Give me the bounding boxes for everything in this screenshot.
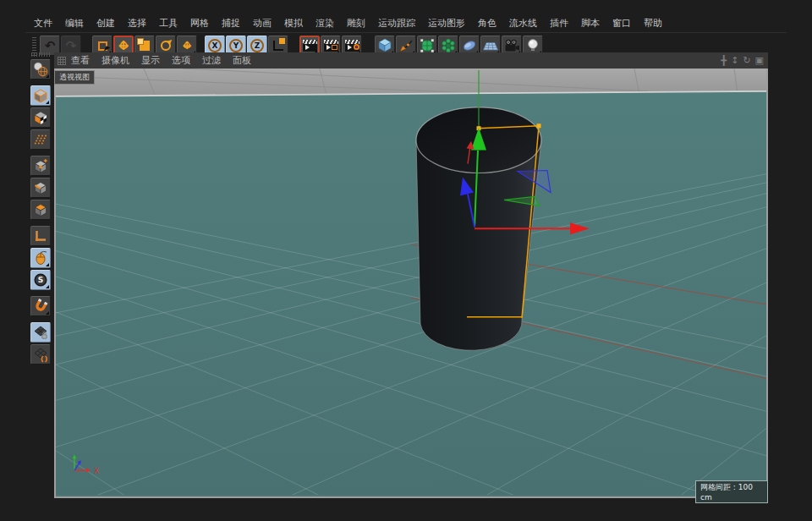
make-editable-icon <box>32 61 49 78</box>
sidebar-grip[interactable] <box>31 52 50 57</box>
rotate-view-icon[interactable]: ↻ <box>743 52 750 69</box>
model-mode-icon <box>32 87 49 104</box>
menu-item-18[interactable]: 帮助 <box>644 18 662 30</box>
scale-tool-icon <box>140 41 150 51</box>
menu-item-13[interactable]: 角色 <box>478 18 497 30</box>
model-mode-button[interactable] <box>30 85 51 106</box>
snap-mode-letter: S <box>38 276 43 284</box>
axis-z-letter: Z <box>255 41 261 50</box>
menu-item-2[interactable]: 创建 <box>96 18 115 30</box>
spline-pen-icon <box>398 37 414 54</box>
light-icon <box>524 37 541 54</box>
subdivision-surface-icon <box>419 37 436 54</box>
zoom-view-icon[interactable]: ↕ <box>731 52 738 69</box>
render-view-icon <box>303 40 317 52</box>
viewport-menu-item-0[interactable]: 查看 <box>71 55 90 67</box>
menu-item-0[interactable]: 文件 <box>34 18 52 30</box>
pan-view-icon[interactable]: ╋ <box>721 52 727 69</box>
lock-workplane-button[interactable] <box>30 322 51 343</box>
menu-item-4[interactable]: 工具 <box>159 18 178 30</box>
points-mode-icon <box>32 157 49 174</box>
menu-bar: 文件编辑创建选择工具网格捕捉动画模拟渲染雕刻运动跟踪运动图形角色流水线插件脚本窗… <box>34 18 662 30</box>
texture-mode-button[interactable] <box>30 107 51 128</box>
make-editable-button[interactable] <box>30 59 51 80</box>
rotate-tool-icon <box>161 41 171 51</box>
workplane-options-icon <box>32 346 49 363</box>
menu-item-10[interactable]: 雕刻 <box>347 18 365 30</box>
menu-item-11[interactable]: 运动跟踪 <box>378 18 415 30</box>
workplane-mode-icon <box>32 131 49 148</box>
redo-icon: ↷ <box>66 40 77 52</box>
menu-item-9[interactable]: 渲染 <box>315 18 334 30</box>
snap-mode-button[interactable]: S <box>30 270 51 290</box>
viewport-menu-item-3[interactable]: 选项 <box>172 55 190 67</box>
scene-svg: X <box>56 69 766 495</box>
viewport-3d-area[interactable]: X <box>54 69 768 498</box>
snap-magnet-button[interactable] <box>30 296 51 316</box>
menu-item-7[interactable]: 动画 <box>253 18 272 30</box>
floor-icon <box>482 37 499 54</box>
mode-sidebar: S <box>29 52 52 366</box>
points-mode-button[interactable] <box>30 156 51 176</box>
tweak-mode-icon <box>32 250 49 266</box>
menu-item-16[interactable]: 脚本 <box>581 18 600 30</box>
viewport-menu-item-5[interactable]: 面板 <box>233 55 251 67</box>
enable-axis-icon <box>32 228 49 244</box>
viewport-menu-item-4[interactable]: 过滤 <box>202 55 221 67</box>
edges-mode-button[interactable] <box>30 178 51 198</box>
axis-z-lock-icon: Z <box>250 39 264 52</box>
axis-x-letter: X <box>212 41 218 50</box>
viewport-nav-controls: ╋ ↕ ↻ ▣ <box>721 52 764 69</box>
workplane-options-button[interactable] <box>30 344 51 365</box>
polygons-mode-icon <box>32 201 49 218</box>
viewport-menubar: 查看摄像机显示选项过滤面板 ╋ ↕ ↻ ▣ <box>54 52 768 69</box>
lock-workplane-icon <box>32 324 49 341</box>
edges-mode-icon <box>32 179 49 196</box>
last-tool-icon <box>180 39 193 52</box>
snap-magnet-icon <box>32 298 49 315</box>
viewport-menu-item-2[interactable]: 显示 <box>141 55 160 67</box>
menu-item-1[interactable]: 编辑 <box>65 18 84 30</box>
menu-item-15[interactable]: 插件 <box>550 18 568 30</box>
workplane-mode-button[interactable] <box>30 129 51 150</box>
ground-plane <box>56 91 766 495</box>
snap-mode-icon: S <box>32 271 49 288</box>
viewport-grip[interactable] <box>58 57 66 65</box>
texture-mode-icon <box>32 109 49 126</box>
menu-item-17[interactable]: 窗口 <box>612 18 631 30</box>
viewport-tab[interactable]: 透视视图 <box>54 70 95 85</box>
camera-icon <box>503 37 520 54</box>
axis-x-label: X <box>94 467 99 475</box>
axis-y-letter: Y <box>233 41 239 50</box>
menu-separator <box>25 32 787 33</box>
menu-item-5[interactable]: 网格 <box>190 18 209 30</box>
menu-item-14[interactable]: 流水线 <box>509 18 537 30</box>
cube-primitive-icon <box>376 37 393 54</box>
axis-y-lock-icon: Y <box>229 39 243 52</box>
live-selection-icon <box>98 41 107 51</box>
viewport-menu: 查看摄像机显示选项过滤面板 <box>71 55 251 67</box>
menu-item-3[interactable]: 选择 <box>128 18 146 30</box>
viewport-menu-item-1[interactable]: 摄像机 <box>102 55 129 67</box>
viewport-panel: 查看摄像机显示选项过滤面板 ╋ ↕ ↻ ▣ 透视视图 <box>54 52 768 498</box>
spline-primitive-icon <box>461 37 478 54</box>
render-picture-viewer-icon <box>324 40 338 52</box>
tweak-mode-button[interactable] <box>30 248 51 268</box>
move-tool-icon <box>116 38 131 53</box>
menu-item-8[interactable]: 模拟 <box>284 18 303 30</box>
enable-axis-button[interactable] <box>30 226 51 246</box>
render-settings-icon <box>345 40 359 52</box>
undo-icon: ↶ <box>45 40 56 52</box>
coordinate-system-icon <box>273 41 283 51</box>
menu-item-12[interactable]: 运动图形 <box>428 18 465 30</box>
toggle-panel-icon[interactable]: ▣ <box>755 52 764 69</box>
polygons-mode-button[interactable] <box>30 200 51 220</box>
grid-spacing-badge: 网格间距 : 100 cm <box>695 480 768 503</box>
axis-x-lock-icon: X <box>208 39 222 52</box>
menu-item-6[interactable]: 捕捉 <box>222 18 240 30</box>
deformer-icon <box>440 37 457 54</box>
